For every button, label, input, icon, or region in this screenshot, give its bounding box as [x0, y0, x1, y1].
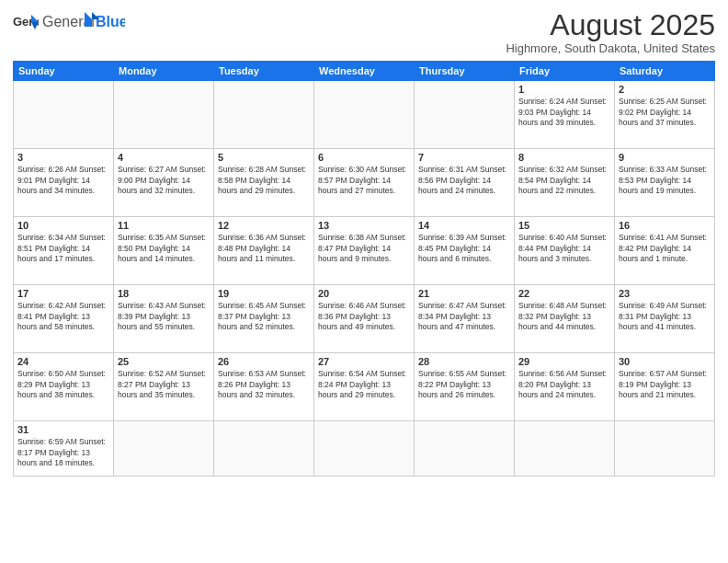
day-info: Sunrise: 6:38 AM Sunset: 8:47 PM Dayligh…: [318, 233, 410, 264]
table-row: 24Sunrise: 6:50 AM Sunset: 8:29 PM Dayli…: [14, 353, 114, 421]
day-info: Sunrise: 6:32 AM Sunset: 8:54 PM Dayligh…: [518, 165, 610, 196]
day-number: 19: [218, 288, 310, 299]
day-number: 30: [619, 356, 711, 367]
day-info: Sunrise: 6:43 AM Sunset: 8:39 PM Dayligh…: [118, 301, 210, 332]
table-row: [415, 81, 515, 149]
day-info: Sunrise: 6:52 AM Sunset: 8:27 PM Dayligh…: [118, 369, 210, 400]
svg-text:Blue: Blue: [96, 14, 125, 29]
day-number: 10: [17, 220, 109, 231]
table-row: [314, 81, 415, 149]
col-thursday: Thursday: [415, 62, 515, 81]
day-number: 1: [518, 84, 610, 95]
day-info: Sunrise: 6:45 AM Sunset: 8:37 PM Dayligh…: [218, 301, 310, 332]
day-number: 5: [218, 152, 310, 163]
day-info: Sunrise: 6:46 AM Sunset: 8:36 PM Dayligh…: [318, 301, 410, 332]
col-sunday: Sunday: [14, 62, 114, 81]
table-row: 1Sunrise: 6:24 AM Sunset: 9:03 PM Daylig…: [515, 81, 615, 149]
day-number: 2: [619, 84, 711, 95]
table-row: 9Sunrise: 6:33 AM Sunset: 8:53 PM Daylig…: [615, 149, 715, 217]
table-row: [515, 421, 615, 477]
day-number: 23: [619, 288, 711, 299]
day-number: 14: [418, 220, 510, 231]
day-number: 13: [318, 220, 410, 231]
day-info: Sunrise: 6:56 AM Sunset: 8:20 PM Dayligh…: [518, 369, 610, 400]
table-row: 17Sunrise: 6:42 AM Sunset: 8:41 PM Dayli…: [14, 285, 114, 353]
logo-text: General Blue: [42, 9, 125, 37]
day-number: 28: [418, 356, 510, 367]
table-row: 25Sunrise: 6:52 AM Sunset: 8:27 PM Dayli…: [114, 353, 214, 421]
table-row: 6Sunrise: 6:30 AM Sunset: 8:57 PM Daylig…: [314, 149, 415, 217]
table-row: [114, 421, 214, 477]
table-row: [415, 421, 515, 477]
day-info: Sunrise: 6:24 AM Sunset: 9:03 PM Dayligh…: [518, 97, 610, 128]
day-number: 15: [518, 220, 610, 231]
day-number: 9: [619, 152, 711, 163]
day-info: Sunrise: 6:41 AM Sunset: 8:42 PM Dayligh…: [619, 233, 711, 264]
table-row: 15Sunrise: 6:40 AM Sunset: 8:44 PM Dayli…: [515, 217, 615, 285]
day-info: Sunrise: 6:53 AM Sunset: 8:26 PM Dayligh…: [218, 369, 310, 400]
calendar: Sunday Monday Tuesday Wednesday Thursday…: [13, 61, 715, 477]
table-row: 7Sunrise: 6:31 AM Sunset: 8:56 PM Daylig…: [415, 149, 515, 217]
day-number: 11: [118, 220, 210, 231]
table-row: 22Sunrise: 6:48 AM Sunset: 8:32 PM Dayli…: [515, 285, 615, 353]
table-row: 20Sunrise: 6:46 AM Sunset: 8:36 PM Dayli…: [314, 285, 415, 353]
table-row: 11Sunrise: 6:35 AM Sunset: 8:50 PM Dayli…: [114, 217, 214, 285]
day-number: 4: [118, 152, 210, 163]
day-info: Sunrise: 6:48 AM Sunset: 8:32 PM Dayligh…: [518, 301, 610, 332]
day-number: 3: [17, 152, 109, 163]
day-number: 18: [118, 288, 210, 299]
day-info: Sunrise: 6:39 AM Sunset: 8:45 PM Dayligh…: [418, 233, 510, 264]
day-info: Sunrise: 6:57 AM Sunset: 8:19 PM Dayligh…: [619, 369, 711, 400]
day-number: 6: [318, 152, 410, 163]
table-row: 18Sunrise: 6:43 AM Sunset: 8:39 PM Dayli…: [114, 285, 214, 353]
day-info: Sunrise: 6:59 AM Sunset: 8:17 PM Dayligh…: [17, 437, 109, 468]
day-number: 20: [318, 288, 410, 299]
table-row: [615, 421, 715, 477]
day-number: 8: [518, 152, 610, 163]
day-info: Sunrise: 6:50 AM Sunset: 8:29 PM Dayligh…: [17, 369, 109, 400]
title-block: August 2025 Highmore, South Dakota, Unit…: [506, 9, 715, 55]
table-row: 27Sunrise: 6:54 AM Sunset: 8:24 PM Dayli…: [314, 353, 415, 421]
table-row: 30Sunrise: 6:57 AM Sunset: 8:19 PM Dayli…: [615, 353, 715, 421]
table-row: 28Sunrise: 6:55 AM Sunset: 8:22 PM Dayli…: [415, 353, 515, 421]
day-number: 17: [17, 288, 109, 299]
day-info: Sunrise: 6:33 AM Sunset: 8:53 PM Dayligh…: [619, 165, 711, 196]
header: General General Blue August 2025 Highmor…: [13, 9, 715, 55]
table-row: 13Sunrise: 6:38 AM Sunset: 8:47 PM Dayli…: [314, 217, 415, 285]
location-title: Highmore, South Dakota, United States: [506, 41, 715, 55]
table-row: 19Sunrise: 6:45 AM Sunset: 8:37 PM Dayli…: [214, 285, 314, 353]
day-info: Sunrise: 6:26 AM Sunset: 9:01 PM Dayligh…: [17, 165, 109, 196]
table-row: 29Sunrise: 6:56 AM Sunset: 8:20 PM Dayli…: [515, 353, 615, 421]
day-info: Sunrise: 6:31 AM Sunset: 8:56 PM Dayligh…: [418, 165, 510, 196]
table-row: 12Sunrise: 6:36 AM Sunset: 8:48 PM Dayli…: [214, 217, 314, 285]
day-info: Sunrise: 6:36 AM Sunset: 8:48 PM Dayligh…: [218, 233, 310, 264]
table-row: 4Sunrise: 6:27 AM Sunset: 9:00 PM Daylig…: [114, 149, 214, 217]
day-info: Sunrise: 6:27 AM Sunset: 9:00 PM Dayligh…: [118, 165, 210, 196]
day-info: Sunrise: 6:47 AM Sunset: 8:34 PM Dayligh…: [418, 301, 510, 332]
table-row: [214, 81, 314, 149]
logo: General General Blue: [13, 9, 125, 37]
table-row: 3Sunrise: 6:26 AM Sunset: 9:01 PM Daylig…: [14, 149, 114, 217]
day-number: 26: [218, 356, 310, 367]
day-info: Sunrise: 6:34 AM Sunset: 8:51 PM Dayligh…: [17, 233, 109, 264]
day-number: 22: [518, 288, 610, 299]
calendar-header-row: Sunday Monday Tuesday Wednesday Thursday…: [14, 62, 715, 81]
day-info: Sunrise: 6:55 AM Sunset: 8:22 PM Dayligh…: [418, 369, 510, 400]
col-tuesday: Tuesday: [214, 62, 314, 81]
table-row: [14, 81, 114, 149]
day-info: Sunrise: 6:49 AM Sunset: 8:31 PM Dayligh…: [619, 301, 711, 332]
table-row: [214, 421, 314, 477]
col-saturday: Saturday: [615, 62, 715, 81]
day-number: 31: [17, 424, 109, 435]
day-number: 27: [318, 356, 410, 367]
table-row: 14Sunrise: 6:39 AM Sunset: 8:45 PM Dayli…: [415, 217, 515, 285]
day-number: 16: [619, 220, 711, 231]
col-monday: Monday: [114, 62, 214, 81]
day-number: 7: [418, 152, 510, 163]
day-info: Sunrise: 6:40 AM Sunset: 8:44 PM Dayligh…: [518, 233, 610, 264]
day-info: Sunrise: 6:54 AM Sunset: 8:24 PM Dayligh…: [318, 369, 410, 400]
table-row: 8Sunrise: 6:32 AM Sunset: 8:54 PM Daylig…: [515, 149, 615, 217]
col-friday: Friday: [515, 62, 615, 81]
day-info: Sunrise: 6:25 AM Sunset: 9:02 PM Dayligh…: [619, 97, 711, 128]
day-number: 12: [218, 220, 310, 231]
